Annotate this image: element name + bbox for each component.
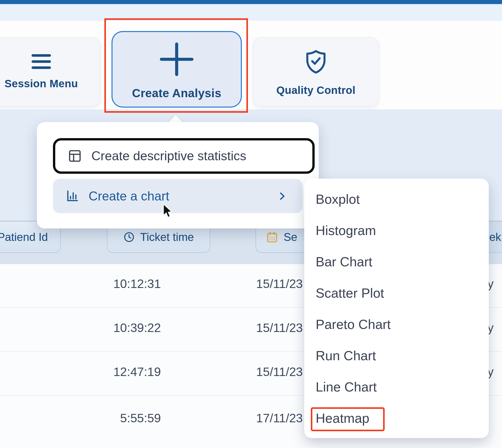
column-header-patient-id-label: Patiend Id (0, 231, 48, 243)
submenu-item-label: Run Chart (316, 348, 376, 363)
submenu-item-bar-chart[interactable]: Bar Chart (316, 246, 476, 277)
submenu-item-boxplot[interactable]: Boxplot (316, 183, 476, 215)
bar-chart-icon (65, 189, 79, 203)
quality-control-button[interactable]: Quality Control (253, 37, 379, 107)
create-analysis-label: Create Analysis (132, 86, 221, 100)
session-menu-label: Session Menu (5, 78, 78, 90)
submenu-item-label: Pareto Chart (316, 317, 391, 332)
column-header-session-date-label: Se (284, 231, 297, 243)
submenu-item-pareto-chart[interactable]: Pareto Chart (316, 309, 476, 340)
hamburger-menu-icon (32, 54, 51, 69)
submenu-item-label: Bar Chart (316, 254, 372, 269)
table-grid-icon (67, 149, 82, 163)
table-row-session-date[interactable]: 17/11/23 (256, 411, 303, 425)
submenu-item-label: Scatter Plot (316, 285, 384, 301)
shield-check-icon (303, 48, 329, 76)
menu-item-label: Create a chart (89, 189, 169, 204)
table-row-session-date[interactable]: 15/11/23 (256, 277, 303, 291)
menu-item-create-descriptive-statistics[interactable]: Create descriptive statistics (53, 138, 315, 174)
submenu-item-histogram[interactable]: Histogram (316, 215, 476, 246)
toolbar-background-band (0, 4, 502, 21)
submenu-item-line-chart[interactable]: Line Chart (316, 371, 476, 402)
session-menu-button[interactable]: Session Menu (0, 37, 100, 107)
clock-icon (123, 231, 135, 243)
quality-control-label: Quality Control (276, 84, 356, 96)
top-title-bar (0, 0, 502, 4)
submenu-item-label: Boxplot (316, 192, 360, 207)
table-row-ticket-time[interactable]: 10:12:31 (84, 277, 161, 291)
calendar-icon (266, 231, 278, 243)
create-analysis-dropdown: Create descriptive statistics Create a c… (37, 122, 319, 228)
chart-type-submenu: Boxplot Histogram Bar Chart Scatter Plot… (304, 179, 489, 438)
chevron-right-icon (276, 179, 288, 213)
table-row-session-date[interactable]: 15/11/23 (256, 321, 303, 335)
table-row-ticket-time[interactable]: 5:55:59 (84, 411, 161, 425)
plus-icon (156, 39, 197, 80)
column-header-ticket-time-label: Ticket time (140, 231, 194, 243)
create-analysis-button[interactable]: Create Analysis (111, 31, 242, 108)
submenu-item-label: Line Chart (316, 379, 377, 395)
submenu-item-scatter-plot[interactable]: Scatter Plot (316, 277, 476, 309)
table-row-session-date[interactable]: 15/11/23 (256, 365, 303, 379)
submenu-item-label: Histogram (316, 223, 376, 238)
table-row-ticket-time[interactable]: 12:47:19 (84, 365, 161, 379)
submenu-item-run-chart[interactable]: Run Chart (316, 340, 476, 371)
column-header-week-day-label: ek (489, 231, 501, 243)
annotation-red-box-heatmap (311, 407, 385, 431)
menu-item-label: Create descriptive statistics (91, 149, 246, 163)
dropdown-caret (169, 115, 183, 122)
table-row-ticket-time[interactable]: 10:39:22 (84, 321, 161, 335)
menu-item-create-a-chart[interactable]: Create a chart (53, 179, 302, 213)
